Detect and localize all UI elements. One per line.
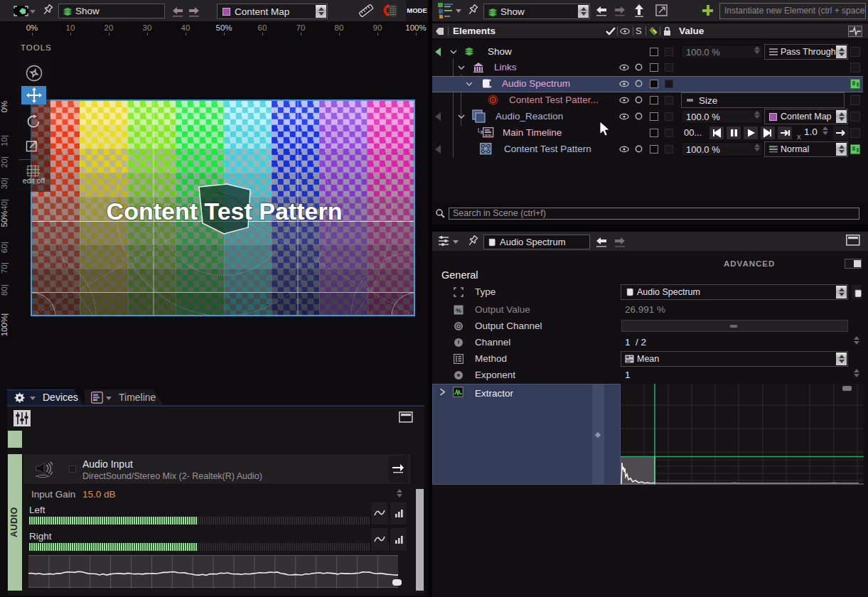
svg-text:Content Test Pattern: Content Test Pattern [107, 198, 343, 225]
svg-text:%: % [456, 307, 461, 314]
